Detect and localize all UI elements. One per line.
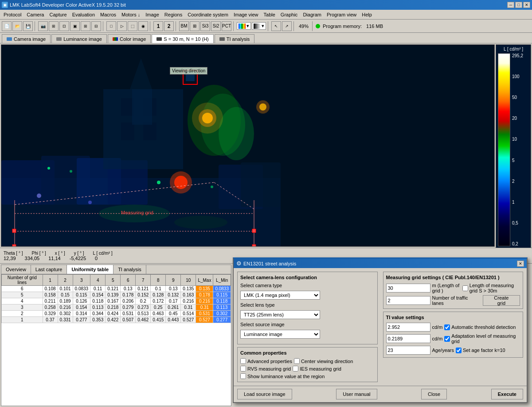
check-ies-label[interactable]: IES measuring grid xyxy=(293,366,341,371)
menu-evaluation[interactable]: Evaluation xyxy=(70,11,98,18)
menu-motors[interactable]: Motors ↓ xyxy=(119,11,143,18)
tab-color-image[interactable]: Color image xyxy=(108,34,151,43)
camera-type-select[interactable]: LMK (1.4 mega pixel) xyxy=(240,291,320,300)
save-btn[interactable]: 💾 xyxy=(23,21,33,31)
tab-ti-analysis[interactable]: TI analysis xyxy=(113,265,146,274)
camera-type-label: Select camera type xyxy=(240,283,293,288)
ti-check3-label[interactable]: Set age factor k=10 xyxy=(456,348,505,353)
paste-btn[interactable]: ⊟ xyxy=(91,21,101,31)
image-container[interactable]: Viewing direction Measuring grid xyxy=(1,44,495,247)
tab-camera-image[interactable]: Camera image xyxy=(2,34,51,43)
new-btn[interactable]: 📄 xyxy=(2,21,12,31)
check-show-lum[interactable] xyxy=(240,373,246,379)
check-rvs-label[interactable]: RVS measuring grid xyxy=(240,366,291,371)
grid-length-input[interactable] xyxy=(386,284,430,292)
tab-luminance-image[interactable]: Luminance image xyxy=(51,34,107,43)
minimize-button[interactable]: ─ xyxy=(507,2,514,8)
create-grid-button[interactable]: Create grid xyxy=(483,295,520,306)
palette-dropdown[interactable]: ▾ xyxy=(252,22,266,30)
check-center-label[interactable]: Center viewing direction xyxy=(294,358,353,364)
num1-btn[interactable]: 1 xyxy=(153,21,163,31)
num2-btn[interactable]: 2 xyxy=(164,21,174,31)
cell-lmax: 0.178 xyxy=(196,292,213,298)
capture4-btn[interactable]: ▣ xyxy=(70,21,80,31)
si2-btn[interactable]: Si2 xyxy=(211,21,221,31)
capture2-btn[interactable]: ⊞ xyxy=(49,21,59,31)
cell: 0.0833 xyxy=(73,286,90,292)
menu-diagram[interactable]: Diagram xyxy=(300,11,324,18)
menu-graphic[interactable]: Graphic xyxy=(278,11,301,18)
region2-btn[interactable]: ▷ xyxy=(117,21,127,31)
ti-check1-label[interactable]: Automatic threshold detection xyxy=(444,324,516,330)
dialog-close-x[interactable]: ✕ xyxy=(517,261,524,267)
capture-btn[interactable]: 📷 xyxy=(38,21,48,31)
color-dropdown[interactable]: ▾ xyxy=(237,22,251,30)
pct-btn[interactable]: PCT xyxy=(222,21,231,31)
check-center[interactable] xyxy=(294,358,300,364)
menu-coordinate-system[interactable]: Coordinate system xyxy=(185,11,231,18)
execute-button[interactable]: Execute xyxy=(491,389,523,399)
cursor-btn[interactable]: ↖ xyxy=(271,21,281,31)
common-props-title: Common properties xyxy=(240,350,375,356)
grid-btn[interactable]: ⊞ xyxy=(190,21,200,31)
capture3-btn[interactable]: ⊡ xyxy=(59,21,69,31)
grid-length-check-text: Length of measuring grid S > 30m xyxy=(469,283,520,293)
traffic-lanes-input[interactable] xyxy=(386,296,430,305)
ti-check2-text: Adaptation level of measuring grid xyxy=(451,333,520,344)
menu-image[interactable]: Image xyxy=(143,11,162,18)
cell: 0.25 xyxy=(151,304,166,311)
grid-length-check-label[interactable]: Length of measuring grid S > 30m xyxy=(462,283,520,293)
menu-camera[interactable]: Camera xyxy=(24,11,47,18)
ti-input-3[interactable] xyxy=(386,346,430,355)
lens-type-select[interactable]: TT25 (25mm lens) xyxy=(240,310,320,319)
col-header-4: 4 xyxy=(90,275,106,286)
check-ies[interactable] xyxy=(293,366,298,371)
close-button[interactable]: Close xyxy=(421,389,447,399)
region4-btn[interactable]: ◉ xyxy=(138,21,148,31)
cell: 0.121 xyxy=(106,286,121,292)
tab-overview[interactable]: Overview xyxy=(1,265,31,274)
ti-unit-1: cd/m xyxy=(432,324,443,330)
colorbar-title: L [ cd/m² ] xyxy=(498,47,529,51)
ti-input-1[interactable] xyxy=(386,323,430,332)
source-image-select[interactable]: Luminance image xyxy=(240,330,320,339)
check-show-lum-label[interactable]: Show luminance value at the region xyxy=(240,373,325,379)
cursor2-btn[interactable]: ↗ xyxy=(282,21,292,31)
ti-check-3[interactable] xyxy=(456,348,462,353)
menu-help[interactable]: Help xyxy=(359,11,375,18)
check-rvs[interactable] xyxy=(240,366,246,371)
grid-length-check[interactable] xyxy=(462,285,468,291)
tab-last-capture[interactable]: Last capture xyxy=(31,265,67,274)
svg-point-43 xyxy=(211,186,213,188)
ti-check-2[interactable] xyxy=(444,336,450,342)
menu-image-view[interactable]: Image view xyxy=(231,11,261,18)
bm-btn[interactable]: BM xyxy=(179,21,189,31)
ti-check3-text: Set age factor k=10 xyxy=(463,348,505,353)
load-source-button[interactable]: Load source image xyxy=(237,389,292,399)
menu-regions[interactable]: Regions xyxy=(162,11,185,18)
menu-capture[interactable]: Capture xyxy=(47,11,69,18)
table-scroll[interactable]: Number of grid lines 1 2 3 4 5 6 7 8 9 1… xyxy=(1,274,231,406)
copy-btn[interactable]: ⊞ xyxy=(81,21,90,31)
menu-protocol[interactable]: Protocol xyxy=(1,11,24,18)
cell: 0.158 xyxy=(43,292,58,298)
menu-program-view[interactable]: Program view xyxy=(324,11,359,18)
open-btn[interactable]: 📂 xyxy=(12,21,22,31)
cell: 0.424 xyxy=(106,311,121,317)
tab-uniformity[interactable]: Uniformity table xyxy=(67,265,113,274)
ti-input-2[interactable] xyxy=(386,334,430,343)
user-manual-button[interactable]: User manual xyxy=(336,389,377,399)
maximize-button[interactable]: □ xyxy=(515,2,522,8)
check-advanced[interactable] xyxy=(240,358,246,364)
menu-macros[interactable]: Macros xyxy=(98,11,119,18)
ti-check2-label[interactable]: Adaptation level of measuring grid xyxy=(444,333,520,344)
region3-btn[interactable]: ⬚ xyxy=(128,21,137,31)
menu-table[interactable]: Table xyxy=(261,11,278,18)
tab-ti[interactable]: TI analysis xyxy=(215,34,255,43)
region-btn[interactable]: □ xyxy=(106,21,116,31)
tab-s30[interactable]: S = 30 m, N = 10 (H) xyxy=(152,34,213,43)
si3-btn[interactable]: Si3 xyxy=(200,21,210,31)
close-button[interactable]: ✕ xyxy=(523,2,530,8)
check-advanced-label[interactable]: Advanced properties xyxy=(240,358,292,364)
ti-check-1[interactable] xyxy=(444,324,450,330)
